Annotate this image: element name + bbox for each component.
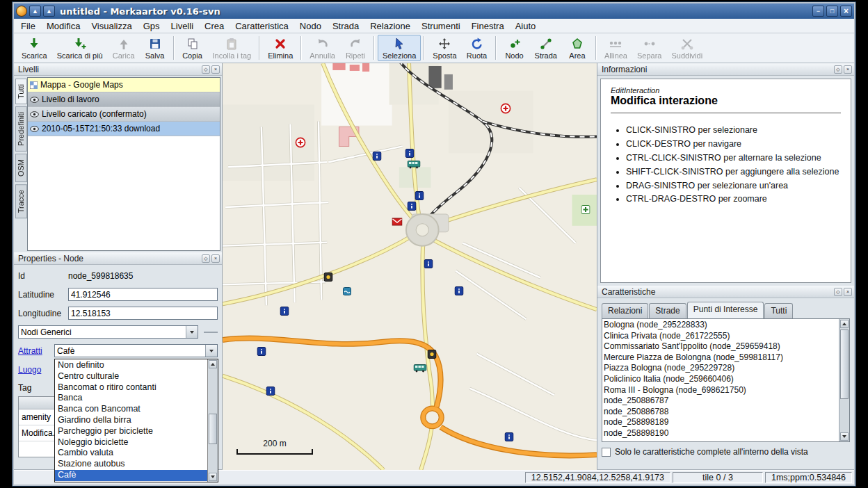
toolbar-button-seleziona[interactable]: Seleziona [378, 35, 421, 61]
maximize-button[interactable]: □ [826, 6, 838, 17]
dropdown-item-noleggio-biciclette[interactable]: Noleggio biciclette [55, 437, 207, 448]
info-icon[interactable] [280, 306, 289, 318]
amenity-link[interactable]: Attratti [18, 346, 54, 356]
dropdown-item-bancomat-o-ritiro-contanti[interactable]: Bancomat o ritiro contanti [55, 382, 207, 393]
feature-item[interactable]: Bologna (node_295228833) [604, 320, 839, 331]
info-icon[interactable] [455, 286, 464, 298]
visibility-eye-icon[interactable] [30, 126, 39, 132]
info-icon[interactable] [505, 432, 514, 444]
menu-item-finestra[interactable]: Finestra [466, 19, 510, 33]
dock-float-button[interactable]: ◇ [834, 288, 842, 296]
dropdown-item-giardino-della-birra[interactable]: Giardino della birra [55, 415, 207, 426]
menu-item-caratteristica[interactable]: Caratteristica [230, 19, 294, 33]
dropdown-item-cambio-valuta[interactable]: Cambio valuta [55, 448, 207, 459]
dock-float-button[interactable]: ◇ [202, 254, 210, 263]
feature-item[interactable]: Clinica Privata (node_261722555) [604, 331, 839, 342]
dock-close-button[interactable]: × [211, 65, 220, 74]
feature-item[interactable]: node_258898189 [604, 417, 839, 428]
info-icon[interactable] [408, 201, 417, 213]
scroll-up-button[interactable] [840, 320, 849, 328]
toolbar-button-nodo[interactable]: Nodo [499, 35, 530, 61]
layers-dock-header[interactable]: Livelli ◇ × [14, 63, 222, 76]
layer-row-livello-caricato-confermato[interactable]: Livello caricato (confermato) [28, 107, 220, 122]
dropdown-item-banca-con-bancomat[interactable]: Banca con Bancomat [55, 404, 207, 415]
place-link[interactable]: Luogo [18, 365, 54, 375]
dock-float-button[interactable]: ◇ [202, 65, 210, 74]
dropdown-item-non-definito[interactable]: Non definito [55, 360, 207, 371]
amenity-select[interactable]: Cafè [54, 344, 218, 357]
toolbar-button-area[interactable]: Area [562, 35, 593, 61]
menu-item-crea[interactable]: Crea [199, 19, 230, 33]
menu-item-livelli[interactable]: Livelli [166, 19, 200, 33]
features-tab-punti-di-interesse[interactable]: Punti di Interesse [687, 302, 764, 318]
features-tab-tutti[interactable]: Tutti [764, 303, 793, 318]
first-aid-icon[interactable] [295, 137, 306, 151]
info-dock-header[interactable]: Informazioni ◇ × [597, 63, 854, 76]
window-shade-button[interactable]: ▲ [43, 6, 55, 17]
scroll-down-button[interactable] [840, 432, 849, 441]
info-icon[interactable] [257, 346, 266, 359]
feature-item[interactable]: Roma III - Bologna (node_698621750) [604, 385, 839, 396]
minimize-button[interactable]: − [812, 6, 824, 17]
layers-tab-tutti[interactable]: Tutti [15, 79, 27, 104]
toolbar-button-annulla[interactable]: Annulla [305, 35, 340, 61]
longitude-field[interactable] [68, 307, 218, 320]
features-dock-header[interactable]: Caratteristiche ◇ × [597, 286, 854, 298]
map-view[interactable]: 200 m [223, 63, 597, 470]
menu-item-strada[interactable]: Strada [327, 19, 364, 33]
toolbar-button-incolla-i-tag[interactable]: Incolla i tag [208, 35, 257, 61]
window-menu-button[interactable]: ▲ [29, 6, 41, 17]
info-icon[interactable] [373, 151, 382, 163]
dropdown-item-banca[interactable]: Banca [55, 393, 207, 404]
bus-icon[interactable] [414, 363, 427, 375]
dropdown-item-stazione-autobus[interactable]: Stazione autobus [55, 459, 207, 470]
layers-tab-predefiniti[interactable]: Predefiniti [15, 106, 27, 152]
dropdown-item-centro-culturale[interactable]: Centro culturale [55, 371, 207, 382]
title-bar[interactable]: ▲ ▲ untitled - Merkaartor v0.16-svn − □ … [14, 3, 854, 19]
camera-icon[interactable] [428, 349, 437, 361]
toolbar-button-elimina[interactable]: Elimina [263, 35, 298, 61]
menu-item-relazione[interactable]: Relazione [364, 19, 416, 33]
toolbar-button-scarica[interactable]: Scarica [17, 35, 52, 61]
info-icon[interactable] [415, 190, 424, 203]
toolbar-button-ripeti[interactable]: Ripeti [340, 35, 371, 61]
green-plus-icon[interactable] [581, 204, 590, 217]
toolbar-button-strada[interactable]: Strada [530, 35, 562, 61]
dock-close-button[interactable]: × [211, 254, 220, 263]
complete-features-checkbox[interactable] [602, 448, 611, 457]
menu-item-visualizza[interactable]: Visualizza [86, 19, 137, 33]
dock-float-button[interactable]: ◇ [834, 65, 842, 74]
menu-item-gps[interactable]: Gps [138, 19, 166, 33]
close-button[interactable]: × [840, 6, 852, 17]
feature-item[interactable]: Piazza Bologna (node_295229728) [604, 363, 839, 374]
dock-close-button[interactable]: × [844, 288, 852, 296]
bus-icon[interactable] [408, 159, 421, 172]
toolbar-button-separa[interactable]: Separa [632, 35, 666, 61]
dropdown-item-caf[interactable]: Cafè [55, 470, 207, 481]
feature-item[interactable]: node_250886787 [604, 396, 839, 407]
toolbar-button-copia[interactable]: Copia [177, 35, 208, 61]
visibility-eye-icon[interactable] [30, 111, 39, 117]
visibility-eye-icon[interactable] [30, 97, 39, 103]
feature-item[interactable]: node_258898190 [604, 428, 839, 439]
map-layer-icon[interactable] [30, 81, 38, 89]
info-icon[interactable] [266, 386, 275, 398]
menu-item-file[interactable]: File [15, 19, 41, 33]
toolbar-button-carica[interactable]: Carica [108, 35, 140, 61]
dropdown-scrollbar[interactable] [207, 359, 218, 482]
dock-close-button[interactable]: × [844, 65, 852, 74]
info-icon[interactable] [424, 259, 433, 271]
menu-item-nodo[interactable]: Nodo [294, 19, 327, 33]
properties-dock-header[interactable]: Properties - Node ◇ × [14, 252, 222, 265]
menu-item-aiuto[interactable]: Aiuto [510, 19, 542, 33]
mail-icon[interactable] [392, 216, 402, 229]
dropdown-item-parcheggio-per-biciclette[interactable]: Parcheggio per biciclette [55, 426, 207, 437]
feature-item[interactable]: node_250886788 [604, 407, 839, 418]
toolbar-button-sposta[interactable]: Sposta [428, 35, 461, 61]
menu-item-modifica[interactable]: Modifica [41, 19, 86, 33]
menu-item-strumenti[interactable]: Strumenti [416, 19, 466, 33]
feature-item[interactable]: Commissariato Sant'Ippolito (node_259659… [604, 341, 839, 352]
layer-row-2010-05-15t21-50-33-download[interactable]: 2010-05-15T21:50:33 download [28, 122, 220, 136]
first-aid-icon[interactable] [500, 103, 511, 117]
feature-item[interactable]: Policlinico Italia (node_259660406) [604, 374, 839, 385]
